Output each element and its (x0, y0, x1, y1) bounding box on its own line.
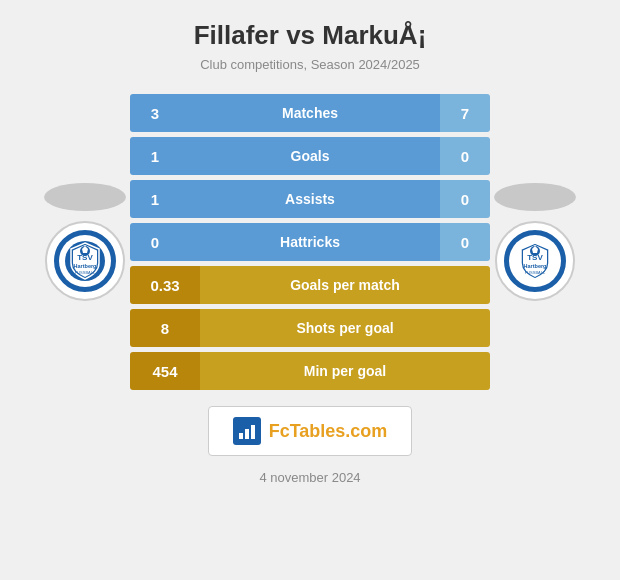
hattricks-label: Hattricks (180, 223, 440, 261)
goals-per-match-val: 0.33 (130, 266, 200, 304)
stat-row-matches: 3 Matches 7 (130, 94, 490, 132)
assists-label: Assists (180, 180, 440, 218)
fctables-icon (233, 417, 261, 445)
fctables-text: FcTables.com (269, 421, 388, 442)
page-wrapper: Fillafer vs MarkuÅ¡ Club competitions, S… (0, 0, 620, 580)
fctables-fc: Fc (269, 421, 290, 441)
stat-row-hattricks: 0 Hattricks 0 (130, 223, 490, 261)
tsv-logo-right: TSV Hartberg FUSSBALL (501, 227, 569, 295)
matches-label: Matches (180, 94, 440, 132)
logo-circle-right: TSV Hartberg FUSSBALL (495, 221, 575, 301)
hattricks-right-val: 0 (440, 223, 490, 261)
footer-date: 4 november 2024 (259, 470, 360, 485)
matches-right-val: 7 (440, 94, 490, 132)
logo-left: TSV Hartberg FUSSBALL (40, 183, 130, 301)
svg-text:FUSSBALL: FUSSBALL (525, 270, 546, 275)
fctables-tables: Tables (290, 421, 346, 441)
min-per-goal-label: Min per goal (200, 352, 490, 390)
stat-row-goals: 1 Goals 0 (130, 137, 490, 175)
stat-row-min-per-goal: 454 Min per goal (130, 352, 490, 390)
stat-row-assists: 1 Assists 0 (130, 180, 490, 218)
tsv-logo-left: TSV Hartberg FUSSBALL (51, 227, 119, 295)
svg-rect-13 (239, 433, 243, 439)
stat-row-goals-per-match: 0.33 Goals per match (130, 266, 490, 304)
goals-right-val: 0 (440, 137, 490, 175)
assists-right-val: 0 (440, 180, 490, 218)
svg-rect-15 (251, 425, 255, 439)
goals-left-val: 1 (130, 137, 180, 175)
page-subtitle: Club competitions, Season 2024/2025 (200, 57, 420, 72)
fctables-dotcom: .com (345, 421, 387, 441)
svg-rect-14 (245, 429, 249, 439)
svg-text:Hartberg: Hartberg (524, 263, 547, 269)
stat-row-shots-per-goal: 8 Shots per goal (130, 309, 490, 347)
content-area: TSV Hartberg FUSSBALL 3 Matches 7 1 Go (10, 94, 610, 390)
shots-per-goal-label: Shots per goal (200, 309, 490, 347)
logo-circle-left: TSV Hartberg FUSSBALL (45, 221, 125, 301)
goals-per-match-label: Goals per match (200, 266, 490, 304)
svg-text:Hartberg: Hartberg (74, 263, 97, 269)
chart-icon (237, 421, 257, 441)
hattricks-left-val: 0 (130, 223, 180, 261)
assists-left-val: 1 (130, 180, 180, 218)
goals-label: Goals (180, 137, 440, 175)
min-per-goal-val: 454 (130, 352, 200, 390)
matches-left-val: 3 (130, 94, 180, 132)
page-title: Fillafer vs MarkuÅ¡ (194, 20, 427, 51)
oval-top-right (494, 183, 576, 211)
logo-right: TSV Hartberg FUSSBALL (490, 183, 580, 301)
shots-per-goal-val: 8 (130, 309, 200, 347)
oval-top-left (44, 183, 126, 211)
stats-column: 3 Matches 7 1 Goals 0 1 Assists 0 0 Hatt… (130, 94, 490, 390)
fctables-banner[interactable]: FcTables.com (208, 406, 413, 456)
svg-text:FUSSBALL: FUSSBALL (75, 270, 96, 275)
